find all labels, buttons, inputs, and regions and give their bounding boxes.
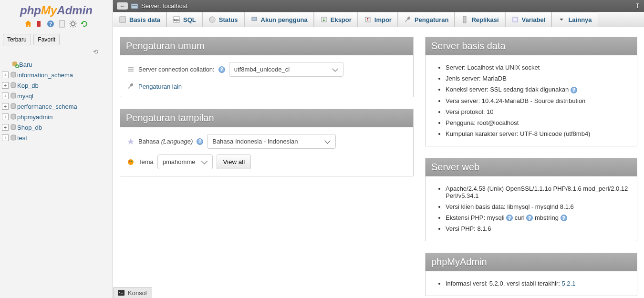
svg-rect-20 <box>252 17 257 21</box>
nav-users[interactable]: Akun pengguna <box>244 12 314 27</box>
collapse-top-icon[interactable]: ⤒ <box>635 2 640 10</box>
svg-point-25 <box>128 159 134 165</box>
nav-databases[interactable]: Basis data <box>113 12 166 27</box>
svg-rect-23 <box>463 16 466 23</box>
database-icon <box>10 82 17 89</box>
nav-variables-icon <box>511 16 519 23</box>
server-info-item: Pengguna: root@localhost <box>446 117 630 128</box>
expand-icon[interactable]: + <box>2 124 9 131</box>
theme-select[interactable]: pmahomme <box>157 154 213 169</box>
nav-export-icon <box>320 16 328 23</box>
more-settings-link[interactable]: Pengaturan lain <box>138 83 182 90</box>
svg-rect-3 <box>60 21 64 27</box>
expand-icon[interactable]: + <box>2 103 9 110</box>
db-tree-item[interactable]: +Kop_db <box>0 80 113 91</box>
docs-icon[interactable]: ? <box>47 20 54 28</box>
console-label: Konsol <box>128 289 147 297</box>
nav-back-button[interactable]: ← <box>117 2 128 10</box>
nav-export[interactable]: Ekspor <box>314 12 358 27</box>
db-tree-item[interactable]: +test <box>0 133 113 143</box>
db-tree-item[interactable]: +phpmyadmin <box>0 112 113 122</box>
server-info-item: Koneksi server: SSL sedang tidak digunak… <box>446 84 630 95</box>
database-icon <box>10 103 17 110</box>
svg-rect-0 <box>37 21 41 27</box>
nav-label: Akun pengguna <box>261 16 308 23</box>
svg-text:?: ? <box>49 21 52 27</box>
db-name: mysql <box>17 92 33 100</box>
help-icon[interactable]: ? <box>506 215 513 221</box>
sidebar-shortcut-row: ? <box>0 19 113 32</box>
collapse-tree-icon[interactable]: ⟲ <box>93 48 98 55</box>
collation-label: Server connection collation: <box>138 66 215 73</box>
expand-icon[interactable]: + <box>2 134 9 141</box>
pma-version-info: Informasi versi: 5.2.0, versi stabil ter… <box>446 278 630 289</box>
server-info-item: Server: Localhost via UNIX socket <box>446 62 630 73</box>
nav-settings-icon[interactable] <box>69 20 77 28</box>
server-info-item: Jenis server: MariaDB <box>446 73 630 84</box>
server-breadcrumb[interactable]: Server: localhost <box>141 2 187 10</box>
svg-point-4 <box>71 22 75 26</box>
db-name: Kop_db <box>17 82 39 89</box>
nav-more-icon <box>558 16 565 23</box>
home-icon[interactable] <box>24 20 32 28</box>
svg-rect-16 <box>120 17 125 22</box>
sidebar: phpMyAdmin ? Terbaru Favorit ⟲ Baru +inf… <box>0 0 113 298</box>
nav-label: Pengaturan <box>415 16 449 23</box>
database-icon <box>10 92 17 100</box>
nav-label: Variabel <box>522 16 546 23</box>
db-tree-item[interactable]: +mysql <box>0 91 113 101</box>
nav-replication-icon <box>461 16 468 23</box>
help-icon[interactable]: ? <box>561 215 567 221</box>
nav-replication[interactable]: Replikasi <box>455 12 505 27</box>
nav-sql[interactable]: SQLSQL <box>166 12 202 27</box>
expand-icon[interactable]: + <box>2 82 9 89</box>
sql-doc-icon[interactable] <box>58 20 66 28</box>
nav-settings[interactable]: Pengaturan <box>398 12 455 27</box>
nav-status-icon <box>208 16 216 23</box>
nav-label: Impor <box>374 16 392 23</box>
console-toggle[interactable]: Konsol <box>113 287 152 298</box>
nav-sql-icon: SQL <box>173 16 180 23</box>
db-tree-item[interactable]: +information_schema <box>0 70 113 80</box>
db-tree-item[interactable]: +Shop_db <box>0 122 113 133</box>
nav-users-icon <box>250 16 258 23</box>
database-icon <box>10 71 17 79</box>
reload-icon[interactable] <box>81 20 88 28</box>
logout-icon[interactable] <box>36 20 43 28</box>
database-icon <box>10 113 17 121</box>
nav-variables[interactable]: Variabel <box>505 12 552 27</box>
help-icon[interactable]: ? <box>571 87 577 93</box>
expand-icon[interactable]: + <box>2 92 9 99</box>
view-all-themes-button[interactable]: View all <box>217 154 251 169</box>
console-icon <box>117 289 125 297</box>
help-icon[interactable]: ? <box>526 215 533 221</box>
nav-import[interactable]: Impor <box>358 12 398 27</box>
svg-text:SQL: SQL <box>174 19 180 21</box>
db-name: information_schema <box>17 72 73 79</box>
language-select[interactable]: Bahasa Indonesia - Indonesian <box>207 134 336 149</box>
phpmyadmin-logo[interactable]: phpMyAdmin <box>0 0 113 19</box>
new-database-link[interactable]: Baru <box>0 59 113 70</box>
svg-point-27 <box>131 160 133 162</box>
db-name: phpmyadmin <box>17 113 52 121</box>
expand-icon[interactable]: + <box>2 113 9 120</box>
nav-label: SQL <box>183 16 196 23</box>
help-icon[interactable]: ? <box>197 138 203 145</box>
pma-latest-version-link[interactable]: 5.2.1 <box>561 280 575 287</box>
tab-recent[interactable]: Terbaru <box>3 34 31 45</box>
nav-status[interactable]: Status <box>202 12 244 27</box>
db-tree-item[interactable]: +performance_schema <box>0 101 113 112</box>
db-client-version: Versi klien basis data: libmysql - mysql… <box>446 201 630 212</box>
svg-point-26 <box>129 160 131 162</box>
nav-more[interactable]: Lainnya <box>551 12 598 27</box>
nav-label: Basis data <box>129 16 160 23</box>
panel-general-settings: Pengaturan umum Server connection collat… <box>120 37 414 97</box>
help-icon[interactable]: ? <box>218 66 225 73</box>
collation-select[interactable]: utf8mb4_unicode_ci <box>229 62 343 77</box>
panel-database-server: Server basis data Server: Localhost via … <box>425 37 637 146</box>
server-icon <box>131 2 138 10</box>
nav-databases-icon <box>119 16 126 23</box>
expand-icon[interactable]: + <box>2 72 9 78</box>
tab-favorites[interactable]: Favorit <box>33 34 60 45</box>
database-icon <box>10 134 17 142</box>
